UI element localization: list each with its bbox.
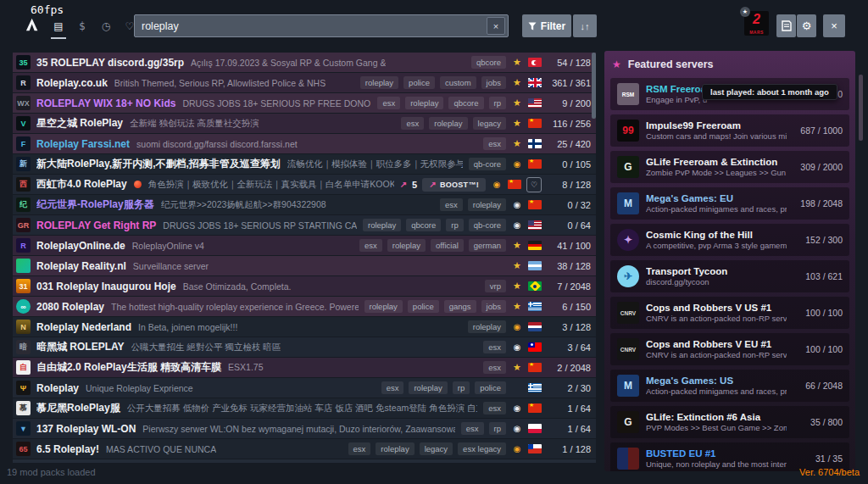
featured-server-name: Cosmic King of the Hill [646, 229, 787, 241]
trend-value: 5 [412, 180, 417, 190]
server-row[interactable]: V星空之城 RolePlay全新端 独创玩法 高质量社交扮演esxrolepla… [13, 114, 596, 133]
sort-button[interactable]: ↓↑ [573, 14, 597, 37]
server-row-right: esxroleplaylegacy★116 / 256 [401, 117, 591, 130]
server-row[interactable]: RRoleplay.co.ukBritish Themed, Serious R… [13, 73, 596, 92]
server-row-main: Roleplay.co.ukBritish Themed, Serious RP… [36, 77, 354, 89]
server-description: RoleplayOnline v4 [132, 241, 204, 251]
player-count: 25 / 420 [547, 139, 591, 149]
server-row[interactable]: GRROLEPLAY Get Right RPDRUGS JOBS 18+ SE… [13, 215, 596, 235]
featured-server[interactable]: MMega's Games: EUAction-packed minigames… [610, 187, 849, 220]
close-icon: × [831, 19, 837, 32]
nav-history-icon[interactable]: ◷ [97, 17, 115, 36]
server-list-scrollbar[interactable] [592, 53, 596, 119]
featured-server-description: A competitive, pvp Arma 3 style gamemode… [646, 241, 787, 251]
server-row[interactable]: ΨRoleplayUnique Roleplay Exprienceesxrol… [13, 378, 596, 398]
featured-server-name: Transport Tycoon [646, 265, 787, 277]
server-tag: roleplay [405, 97, 443, 109]
server-row[interactable]: FRoleplay Farssi.netsuomi discord.gg/far… [13, 134, 596, 153]
server-icon: 纪 [16, 197, 31, 212]
server-row[interactable]: 西西虹市4.0 RolePlay角色扮演｜极致优化｜全新玩法｜真实载具｜白名单申… [13, 175, 596, 194]
server-row-right: esx★25 / 420 [483, 137, 591, 150]
document-icon [782, 20, 792, 31]
featured-server-name: Mega's Games: US [646, 375, 787, 387]
nav-premium-icon[interactable]: $ [73, 17, 92, 36]
server-icon: 35 [16, 55, 31, 70]
featured-server[interactable]: MMega's Games: USAction-packed minigames… [610, 370, 849, 402]
server-row[interactable]: 31031 Roleplay Inaugurou HojeBase Otimiz… [13, 276, 596, 296]
server-row[interactable]: 纪纪元世界-RolePlay服务器纪元世界>>2023扬帆起航>>群904322… [13, 195, 596, 214]
featured-server-icon: M [617, 192, 639, 214]
settings-button[interactable]: ⚙ [797, 14, 816, 37]
server-row-right: esxroleplay◉0 / 32 [440, 198, 591, 211]
server-icon: 慕 [16, 401, 31, 415]
upvote-badge-icon: ◉ [511, 200, 523, 209]
server-description: British Themed, Serious RP, Allowlisted … [114, 78, 326, 88]
featured-server-main: Mega's Games: USAction-packed minigames … [646, 375, 787, 397]
featured-server-main: Cops and Robbers V US #1CNRV is an actio… [646, 302, 787, 324]
featured-server[interactable]: CNRVCops and Robbers V US #1CNRV is an a… [610, 297, 849, 329]
server-tag: rp [489, 97, 506, 109]
server-row[interactable]: 3535 ROLEPLAY discord.gg/35rpAçılış 17.0… [13, 53, 596, 72]
filter-button[interactable]: Filter [522, 14, 571, 37]
close-button[interactable]: × [823, 14, 845, 37]
server-icon: V [16, 116, 31, 131]
server-icon: R [16, 238, 31, 253]
user-avatar[interactable]: ★ 2 MARS [744, 11, 769, 36]
featured-server-icon: 99 [617, 120, 639, 142]
featured-server[interactable]: CNRVCops and Robbers V EU #1CNRV is an a… [610, 333, 849, 365]
server-row[interactable]: NRoleplay NederlandIn Beta, joinen mogel… [13, 317, 596, 337]
boost-button[interactable]: ↗BOOST™! [422, 178, 486, 192]
server-row-main: 新大陆RolePlay,新开内测,不删档,招募非管及巡查筹划流畅优化｜模拟体验｜… [36, 157, 463, 171]
server-row-main: 137 Roleplay WL-ONPierwszy serwer WL:ON … [36, 423, 455, 435]
flag-de-icon [528, 241, 542, 250]
server-row-right: esx★2 / 2048 [483, 361, 591, 374]
featured-server[interactable]: RSMRSM FreeroamEngage in PvP, d763 / 150… [610, 78, 849, 110]
flag-cn-icon [528, 403, 542, 413]
server-row[interactable]: 自自由城2.0 RolePlay生活服 精致高清车膜ESX1.75esx★2 /… [13, 358, 596, 377]
server-row[interactable]: WXROLEPLAY WIX 18+ NO KidsDRUGS JOBS 18+… [13, 93, 596, 113]
flag-cn-icon [508, 180, 521, 189]
featured-server-description: Action-packed minigames and races, progr… [646, 204, 787, 214]
server-icon: R [16, 75, 31, 90]
featured-server[interactable]: 99Impulse99 FreeroamCustom cars and maps… [610, 114, 849, 147]
flag-cn-icon [528, 159, 542, 169]
server-row[interactable]: Roleplay Reality.nlSurveillance server★3… [13, 256, 596, 275]
server-tag: qb-core [469, 158, 506, 170]
player-count: 361 / 361 [547, 78, 591, 88]
server-row[interactable]: ∞2080 RoleplayThe hottest high-quality r… [13, 297, 596, 316]
player-count: 1 / 64 [547, 403, 591, 414]
server-description: Pierwszy serwer WL:ON bez wymaganej muta… [142, 424, 454, 434]
server-row[interactable]: 656.5 Roleplay!MAS ACTIVO QUE NUNCAesxro… [13, 439, 596, 459]
server-tag: jobs [481, 76, 506, 89]
server-tag: legacy [473, 117, 506, 130]
server-tag: qb-core [469, 219, 506, 231]
server-row-right: esx◉3 / 64 [483, 341, 591, 353]
changelog-button[interactable] [776, 14, 796, 37]
premium-star-icon: ★ [511, 97, 523, 108]
featured-server-main: BUSTED EU #1Unique, non roleplay and the… [646, 448, 787, 470]
featured-server-description: Custom cars and maps! Join various minig… [646, 131, 787, 142]
flag-fi-icon [528, 139, 542, 148]
nav-server-list-icon[interactable]: ▤ [49, 17, 68, 36]
featured-server[interactable]: ✦Cosmic King of the HillA competitive, p… [610, 224, 849, 256]
favorite-button[interactable]: ♡ [526, 177, 542, 192]
featured-scrollbar[interactable] [859, 75, 863, 141]
flag-tr-icon [528, 58, 542, 67]
featured-server[interactable]: ✈Transport Tycoondiscord.gg/tycoon103 / … [610, 260, 849, 292]
flag-ar-icon [528, 261, 542, 270]
search-clear-icon[interactable]: × [487, 17, 505, 35]
server-tag: qbcore [471, 56, 506, 69]
featured-server-description: Action-packed minigames and races, progr… [646, 387, 787, 397]
server-row[interactable]: ▼137 Roleplay WL-ONPierwszy serwer WL:ON… [13, 419, 596, 438]
server-row[interactable]: RRoleplayOnline.deRoleplayOnline v4esxro… [13, 236, 596, 255]
premium-star-icon: ★ [511, 57, 523, 68]
server-row[interactable]: 慕慕尼黑RolePlay服公开大量招募 低物价 产业免标 玩家经营加油站 车店 … [13, 398, 596, 418]
server-row[interactable]: 暗暗黑城 ROLEPLAY公職大量招生 絕對公平 獨立檢枝 暗區esx◉3 / … [13, 337, 596, 357]
heart-icon: ♡ [531, 181, 537, 189]
server-row[interactable]: 新新大陆RolePlay,新开内测,不删档,招募非管及巡查筹划流畅优化｜模拟体验… [13, 154, 596, 174]
featured-server[interactable]: GGLife: Extinction #6 AsiaPVP Modes >> B… [610, 406, 849, 438]
premium-star-icon: ★ [511, 138, 523, 149]
search-input[interactable] [135, 20, 487, 32]
server-row-main: 西虹市4.0 RolePlay角色扮演｜极致优化｜全新玩法｜真实载具｜白名单申请… [36, 177, 394, 192]
featured-server[interactable]: GGLife Freeroam & ExtinctionZombie PvP M… [610, 151, 849, 183]
